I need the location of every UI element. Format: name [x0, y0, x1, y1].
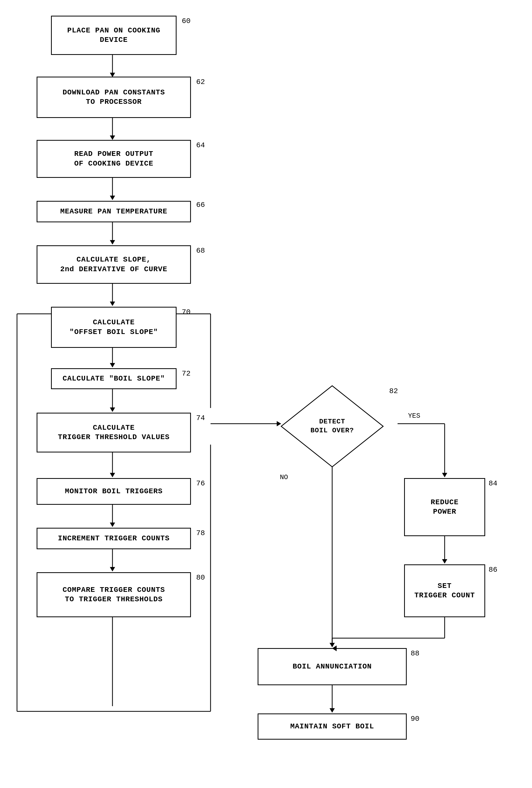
ref-60: 60 [182, 17, 191, 25]
svg-marker-17 [110, 523, 115, 527]
box-increment-trigger: INCREMENT TRIGGER COUNTS [37, 528, 191, 549]
ref-80: 80 [196, 574, 205, 582]
svg-marker-7 [110, 240, 115, 244]
svg-marker-3 [110, 136, 115, 140]
svg-marker-5 [110, 196, 115, 200]
ref-76: 76 [196, 479, 205, 488]
ref-78: 78 [196, 529, 205, 537]
box-calc-slope: CALCULATE SLOPE,2nd DERIVATIVE OF CURVE [37, 245, 191, 284]
box-place-pan: PLACE PAN ON COOKING DEVICE [51, 16, 177, 55]
diamond-detect-boil: DETECTBOIL OVER? [280, 385, 385, 468]
ref-74: 74 [196, 414, 205, 422]
box-maintain-soft-boil: MAINTAIN SOFT BOIL [258, 713, 407, 740]
ref-84: 84 [489, 479, 497, 488]
box-boil-annunciation: BOIL ANNUNCIATION [258, 648, 407, 685]
ref-72: 72 [182, 370, 191, 378]
box-calc-offset-boil: CALCULATE"OFFSET BOIL SLOPE" [51, 307, 177, 348]
box-read-power: READ POWER OUTPUTOF COOKING DEVICE [37, 140, 191, 178]
label-no: NO [280, 473, 288, 481]
flowchart-diagram: PLACE PAN ON COOKING DEVICE 60 DOWNLOAD … [0, 0, 532, 788]
ref-88: 88 [411, 649, 419, 657]
svg-marker-15 [110, 473, 115, 477]
ref-90: 90 [411, 715, 419, 723]
box-set-trigger-count: SETTRIGGER COUNT [404, 565, 485, 617]
box-calc-boil-slope: CALCULATE "BOIL SLOPE" [51, 368, 177, 389]
ref-66: 66 [196, 201, 205, 209]
svg-marker-11 [110, 363, 115, 368]
svg-marker-9 [110, 301, 115, 306]
svg-marker-31 [442, 473, 447, 477]
ref-64: 64 [196, 141, 205, 149]
ref-68: 68 [196, 247, 205, 255]
svg-marker-19 [110, 567, 115, 571]
label-yes: YES [408, 412, 420, 420]
box-download-pan: DOWNLOAD PAN CONSTANTSTO PROCESSOR [37, 77, 191, 118]
box-measure-temp: MEASURE PAN TEMPERATURE [37, 201, 191, 222]
svg-marker-33 [442, 559, 447, 564]
box-calc-trigger-threshold: CALCULATETRIGGER THRESHOLD VALUES [37, 413, 191, 452]
svg-marker-37 [330, 643, 335, 647]
ref-70: 70 [182, 308, 191, 316]
svg-marker-40 [330, 708, 335, 713]
svg-marker-13 [110, 408, 115, 412]
box-reduce-power: REDUCEPOWER [404, 478, 485, 536]
box-compare-trigger: COMPARE TRIGGER COUNTSTO TRIGGER THRESHO… [37, 572, 191, 617]
box-monitor-boil: MONITOR BOIL TRIGGERS [37, 478, 191, 505]
ref-86: 86 [489, 566, 497, 574]
ref-82: 82 [389, 387, 398, 395]
ref-62: 62 [196, 78, 205, 86]
